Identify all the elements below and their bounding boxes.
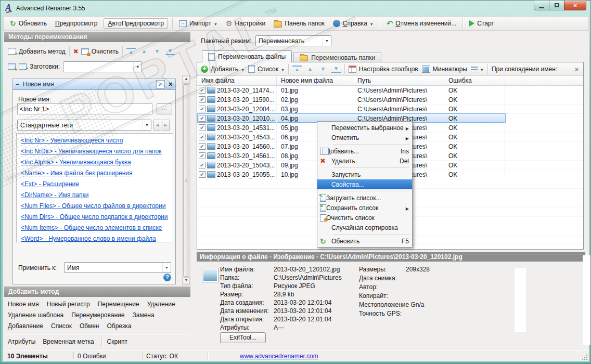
list-button[interactable]: Список: [248, 65, 285, 73]
scrollbar-thumb[interactable]: [183, 84, 189, 277]
move-file-bottom-icon[interactable]: ▼: [331, 66, 341, 73]
refresh-button[interactable]: Обновить: [8, 19, 49, 29]
tag-link[interactable]: <Word> - Нумерованное слово в имени файл…: [21, 234, 173, 242]
tag-category-select[interactable]: Стандартные теги: [17, 120, 151, 131]
add-method-link[interactable]: Новое имя: [8, 301, 39, 308]
tag-link[interactable]: <Name> - Имя файла без расширения: [21, 168, 173, 179]
table-row[interactable]: 2013-03-20_11590...02.jpgC:\Users\Admin\…: [197, 95, 583, 105]
tab-rename-files[interactable]: Переименовать файлы: [202, 50, 292, 62]
undo-changes-button[interactable]: Отмена изменений...: [384, 19, 458, 29]
checkbox-checked-icon[interactable]: [199, 124, 205, 131]
method-card-header[interactable]: − Новое имя: [13, 79, 175, 90]
close-icon[interactable]: [169, 81, 173, 88]
checkbox-checked-icon[interactable]: [199, 152, 205, 159]
toolbar-overflow-button[interactable]: »: [575, 66, 580, 73]
checkbox-checked-icon[interactable]: [199, 96, 205, 103]
column-header-filename[interactable]: Имя файла: [197, 76, 277, 85]
table-row[interactable]: 2013-03-20_12004...03.jpgC:\Users\Admin\…: [197, 105, 583, 114]
tag-link[interactable]: <Inc Nr> - Увеличивающееся число: [21, 136, 173, 147]
load-preset-icon[interactable]: [19, 63, 27, 70]
prev-tags-button[interactable]: [153, 120, 161, 131]
settings-button[interactable]: Настройки: [224, 19, 267, 29]
add-method-link[interactable]: Перенумерование: [71, 311, 124, 319]
scroll-up-icon[interactable]: ▲: [183, 76, 190, 84]
add-method-link[interactable]: Удаление шаблона: [8, 311, 63, 319]
next-tags-button[interactable]: [162, 120, 170, 131]
collapse-icon[interactable]: −: [16, 81, 19, 88]
checkbox-checked-icon[interactable]: [199, 115, 205, 122]
menu-item-run[interactable]: Запустить: [317, 170, 412, 179]
batch-mode-select[interactable]: Переименовать: [255, 35, 331, 46]
move-method-top-icon[interactable]: ▲: [126, 48, 136, 55]
new-name-input[interactable]: [17, 103, 152, 114]
menu-item-random-sort[interactable]: Случайная сортировка: [317, 223, 412, 232]
clear-methods-button[interactable]: Очистить: [73, 48, 119, 55]
move-method-bottom-icon[interactable]: ▼: [165, 48, 175, 55]
folder-panel-button[interactable]: Панель папок: [272, 19, 326, 29]
autopreview-button[interactable]: АвтоПредпросмотр: [104, 18, 168, 29]
checkbox-checked-icon[interactable]: [199, 134, 205, 140]
tab-rename-folders[interactable]: Переименовать папки: [293, 52, 381, 62]
scroll-down-icon[interactable]: ▼: [183, 277, 190, 285]
column-header-error[interactable]: Ошибка: [444, 76, 505, 85]
titlebar[interactable]: A Advanced Renamer 3.55 ×: [1, 1, 590, 16]
method-enabled-checkbox[interactable]: [156, 80, 165, 89]
maximize-button[interactable]: [549, 1, 564, 10]
tag-link[interactable]: <Ext> - Расширение: [21, 179, 173, 190]
add-method-link[interactable]: Обрезка: [107, 322, 131, 330]
menu-item-delete[interactable]: УдалитьDel: [317, 156, 412, 166]
add-method-link[interactable]: Добавление: [8, 322, 43, 330]
start-button[interactable]: Старт: [467, 19, 496, 28]
browse-button[interactable]: ...: [157, 103, 172, 114]
add-method-link[interactable]: Скрипт: [107, 336, 127, 347]
tag-link[interactable]: <Num Files> - Общее число файлов в дирек…: [21, 201, 173, 212]
menu-item-properties[interactable]: Свойства...: [317, 179, 412, 189]
menu-item-mark[interactable]: Отметить: [317, 133, 412, 142]
tag-link[interactable]: <Num Dirs> - Общее число подпапок в дире…: [21, 212, 173, 223]
checkbox-checked-icon[interactable]: [199, 162, 205, 168]
help-icon[interactable]: [163, 274, 171, 281]
move-file-down-icon[interactable]: ▼: [318, 66, 328, 72]
checkbox-checked-icon[interactable]: [199, 171, 205, 178]
move-method-up-icon[interactable]: ▲: [139, 48, 149, 55]
move-file-top-icon[interactable]: ▲: [292, 66, 302, 73]
minimize-button[interactable]: [534, 1, 549, 10]
checkbox-checked-icon[interactable]: [199, 87, 205, 94]
resize-grip[interactable]: [582, 354, 588, 360]
column-header-path[interactable]: Путь: [353, 76, 444, 85]
checkbox-checked-icon[interactable]: [199, 143, 205, 150]
close-button[interactable]: ×: [564, 1, 586, 10]
menu-item-save-list[interactable]: Сохранить список: [317, 203, 412, 213]
tag-link[interactable]: <Inc Alpha> - Увеличивающаяся буква: [21, 158, 173, 168]
add-method-button[interactable]: Добавить метод: [8, 48, 66, 55]
preview-button[interactable]: Предпросмотр: [53, 19, 99, 28]
add-method-link[interactable]: Перемещение: [98, 301, 139, 308]
add-files-button[interactable]: Добавить: [201, 66, 245, 73]
tag-link[interactable]: <Inc NrDir> - Увеличивающееся число для …: [21, 147, 173, 158]
add-method-link[interactable]: Временная метка: [43, 336, 94, 347]
tag-link[interactable]: <DirName> - Имя папки: [21, 190, 173, 201]
move-file-up-icon[interactable]: ▲: [305, 66, 315, 72]
table-row[interactable]: 2013-03-20_11474...01.jpgC:\Users\Admin\…: [197, 86, 583, 95]
presets-select[interactable]: [63, 61, 142, 72]
methods-scrollbar[interactable]: ▲ ▼: [182, 75, 190, 285]
column-header-newname[interactable]: Новое имя файла: [277, 76, 353, 85]
view-options-button[interactable]: [471, 66, 484, 73]
move-method-down-icon[interactable]: ▼: [152, 48, 162, 55]
exiftool-button[interactable]: ExifTool...: [220, 332, 266, 343]
tag-link[interactable]: <Num Items> - Общее число элементов в сп…: [21, 223, 173, 234]
menu-item-add-files[interactable]: Добавить...Ins: [317, 146, 412, 156]
menu-item-move-selected[interactable]: Переместить выбранное: [317, 123, 412, 133]
apply-to-select[interactable]: Имя: [64, 262, 171, 273]
menu-item-load-list[interactable]: Загрузить список...: [317, 193, 412, 203]
thumbnails-button[interactable]: Миниатюры: [422, 66, 467, 73]
add-method-link[interactable]: Удаление: [147, 301, 175, 308]
add-method-link[interactable]: Атрибуты: [8, 336, 35, 347]
add-method-link[interactable]: Список: [51, 322, 72, 330]
checkbox-checked-icon[interactable]: [199, 106, 205, 112]
menu-item-refresh-list[interactable]: ОбновитьF5: [317, 236, 412, 246]
help-button[interactable]: Справка: [331, 19, 376, 28]
website-link[interactable]: www.advancedrenamer.com: [240, 353, 318, 360]
add-method-link[interactable]: Новый регистр: [47, 301, 90, 308]
add-method-link[interactable]: Обмен: [80, 322, 99, 330]
